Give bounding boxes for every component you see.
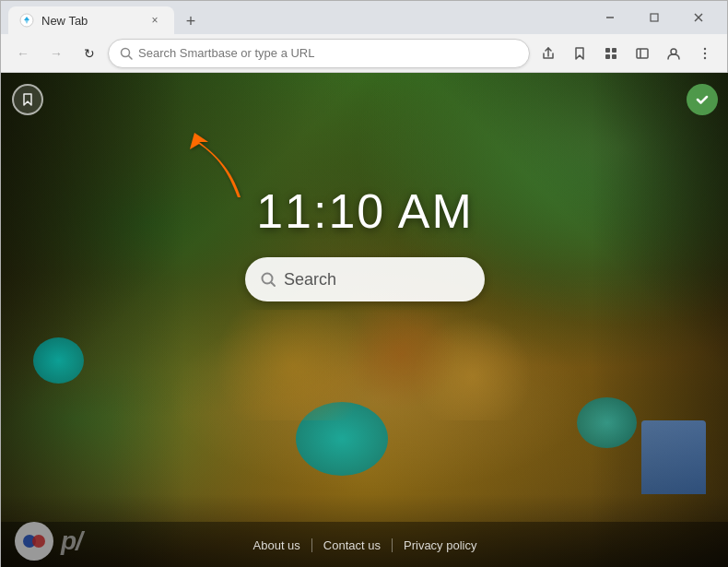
teal-object-medium [577,397,637,448]
address-bar[interactable] [108,39,530,68]
new-tab-button[interactable]: + [178,8,204,34]
teal-object-small [33,337,84,384]
search-icon [260,271,276,288]
tab-close-button[interactable]: × [147,12,163,29]
toolbar: ← → ↻ [1,34,727,73]
blue-basket [641,420,706,494]
svg-point-15 [704,52,706,53]
sidebar-button[interactable] [628,39,657,68]
svg-rect-2 [651,14,658,21]
extensions-button[interactable] [596,39,626,68]
svg-point-13 [671,49,676,54]
browser-content: 11:10 AM Search [1,73,728,567]
url-input[interactable] [138,46,518,60]
svg-rect-8 [612,48,616,53]
footer-contact-link[interactable]: Contact us [312,538,393,552]
profile-button[interactable] [659,39,688,68]
scene-dark-left [1,73,185,567]
svg-rect-9 [605,54,610,59]
share-button[interactable] [534,39,563,68]
forward-button[interactable]: → [41,39,71,68]
tab-area: New Tab × + [8,1,585,34]
search-icon [120,47,133,60]
menu-button[interactable] [690,39,720,68]
svg-line-6 [129,55,133,59]
search-box[interactable]: Search [245,257,485,301]
svg-point-14 [704,47,706,49]
title-bar: New Tab × + [1,1,727,34]
maximize-button[interactable] [633,1,675,34]
bookmark-button[interactable] [565,39,594,68]
tab-title: New Tab [41,14,88,28]
tab-favicon [19,13,34,28]
footer-about-link[interactable]: About us [242,538,312,552]
close-button[interactable] [677,1,720,34]
svg-line-18 [272,283,276,287]
search-container: Search [245,257,485,301]
footer-privacy-link[interactable]: Privacy policy [393,538,487,552]
bottom-bar: About us Contact us Privacy policy [1,522,728,567]
refresh-button[interactable]: ↻ [75,39,104,68]
toolbar-icons [534,39,720,68]
search-label: Search [284,270,336,289]
svg-rect-7 [605,48,610,53]
svg-rect-11 [637,49,648,58]
bookmark-circle-button[interactable] [12,84,43,115]
browser-window: New Tab × + [0,0,728,567]
footer-links: About us Contact us Privacy policy [242,538,488,552]
active-tab[interactable]: New Tab × [8,6,174,34]
time-display: 11:10 AM [1,183,728,239]
window-controls [589,1,720,34]
svg-rect-10 [612,54,616,59]
minimize-button[interactable] [589,1,631,34]
svg-point-16 [704,56,706,58]
back-button[interactable]: ← [8,39,38,68]
food-market-area [185,310,545,420]
check-circle-button[interactable] [687,84,718,115]
